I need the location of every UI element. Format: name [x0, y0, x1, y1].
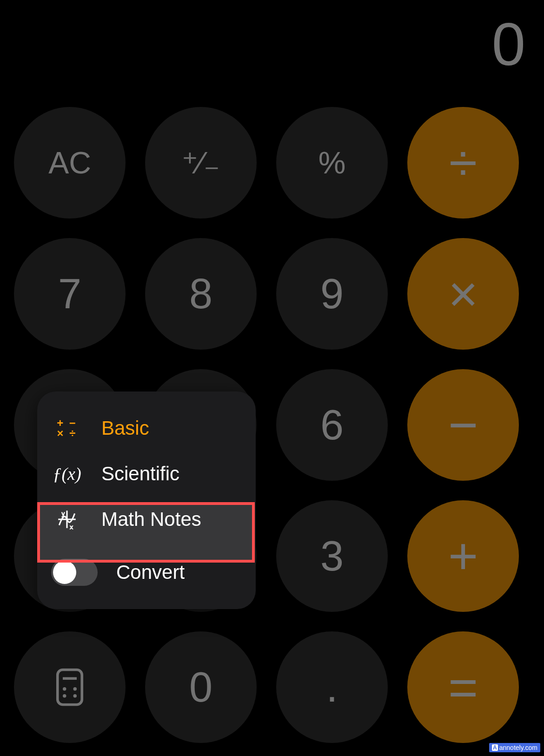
mode-mathnotes-label: Math Notes [101, 508, 201, 531]
mode-basic-label: Basic [101, 417, 149, 439]
mode-mathnotes-item[interactable]: y x Math Notes [37, 497, 256, 542]
toggle-knob [53, 561, 76, 584]
convert-toggle[interactable] [51, 559, 98, 586]
scientific-mode-icon: ƒ(x) [51, 462, 83, 485]
basic-mode-icon: + −× ÷ [51, 417, 83, 440]
convert-toggle-item[interactable]: Convert [37, 550, 256, 595]
mode-scientific-label: Scientific [101, 463, 179, 485]
mode-basic-item[interactable]: + −× ÷ Basic [37, 405, 256, 451]
mathnotes-mode-icon: y x [51, 508, 83, 531]
mode-popup: + −× ÷ Basic ƒ(x) Scientific y x Math No… [37, 391, 256, 609]
svg-text:x: x [70, 524, 73, 531]
mode-scientific-item[interactable]: ƒ(x) Scientific [37, 451, 256, 497]
watermark: annotely.com [489, 743, 540, 752]
dimmer-overlay[interactable] [0, 0, 544, 756]
convert-label: Convert [116, 561, 185, 584]
